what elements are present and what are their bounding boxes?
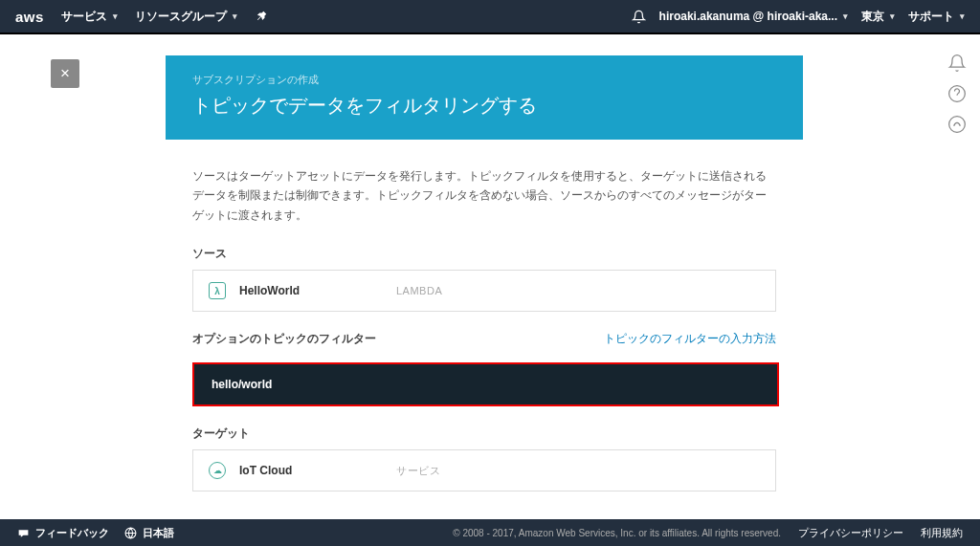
filter-help-link[interactable]: トピックのフィルターの入力方法 [604, 331, 776, 347]
close-button[interactable]: × [51, 59, 79, 88]
nav-services-label: サービス [61, 9, 107, 25]
target-box: ☁ IoT Cloud サービス [192, 449, 776, 491]
nav-region-label: 東京 [861, 9, 884, 25]
card-title: トピックでデータをフィルタリングする [192, 93, 776, 119]
iot-cloud-icon: ☁ [209, 462, 226, 479]
nav-pin[interactable] [255, 10, 268, 23]
card-body: ソースはターゲットアセットにデータを発行します。トピックフィルタを使用すると、タ… [166, 140, 803, 546]
terms-link[interactable]: 利用規約 [921, 526, 963, 540]
topic-filter-input[interactable] [194, 364, 777, 404]
filter-highlight [192, 362, 779, 406]
filter-label-row: オプションのトピックのフィルター トピックのフィルターの入力方法 [192, 331, 776, 355]
rail-help-icon[interactable] [947, 84, 967, 103]
aws-logo[interactable]: aws [15, 9, 44, 25]
caret-icon: ▾ [843, 11, 848, 21]
rail-bell-icon[interactable] [947, 54, 967, 73]
source-label: ソース [192, 246, 776, 262]
source-box: λ HelloWorld LAMBDA [192, 270, 776, 312]
caret-icon: ▾ [233, 11, 237, 21]
nav-rg-label: リソースグループ [135, 9, 227, 25]
footer-left: フィードバック 日本語 [17, 526, 174, 540]
caret-icon: ▾ [960, 11, 965, 21]
nav-notifications[interactable] [632, 10, 646, 24]
right-rail-icons [947, 54, 967, 134]
target-type: サービス [396, 464, 440, 478]
speech-icon [17, 527, 30, 539]
top-nav: aws サービス▾ リソースグループ▾ hiroaki.akanuma @ hi… [0, 0, 980, 33]
copyright: © 2008 - 2017, Amazon Web Services, Inc.… [453, 528, 781, 538]
nav-support[interactable]: サポート▾ [908, 9, 965, 25]
card-header: サブスクリプションの作成 トピックでデータをフィルタリングする [166, 55, 803, 140]
nav-resource-groups[interactable]: リソースグループ▾ [135, 9, 237, 25]
filter-label: オプションのトピックのフィルター [192, 331, 376, 347]
language-label: 日本語 [143, 526, 174, 540]
nav-left: aws サービス▾ リソースグループ▾ [15, 9, 268, 25]
filter-container [192, 362, 776, 406]
nav-border [0, 33, 980, 34]
nav-right: hiroaki.akanuma @ hiroaki-aka...▾ 東京▾ サポ… [632, 9, 965, 25]
description-text: ソースはターゲットアセットにデータを発行します。トピックフィルタを使用すると、タ… [192, 166, 776, 225]
pin-icon [255, 10, 268, 23]
nav-account-label: hiroaki.akanuma @ hiroaki-aka... [659, 10, 837, 23]
privacy-link[interactable]: プライバシーポリシー [798, 526, 903, 540]
lambda-icon: λ [209, 282, 226, 299]
footer: フィードバック 日本語 © 2008 - 2017, Amazon Web Se… [0, 519, 980, 546]
source-type: LAMBDA [396, 285, 442, 296]
nav-region[interactable]: 東京▾ [861, 9, 895, 25]
target-name: IoT Cloud [239, 464, 383, 477]
globe-icon [124, 527, 137, 539]
rail-activity-icon[interactable] [947, 115, 967, 134]
source-name: HelloWorld [239, 284, 383, 297]
card-subtitle: サブスクリプションの作成 [192, 73, 776, 87]
caret-icon: ▾ [890, 11, 895, 21]
footer-right: © 2008 - 2017, Amazon Web Services, Inc.… [453, 526, 963, 540]
language-link[interactable]: 日本語 [124, 526, 174, 540]
feedback-label: フィードバック [35, 526, 109, 540]
nav-services[interactable]: サービス▾ [61, 9, 118, 25]
subscription-card: サブスクリプションの作成 トピックでデータをフィルタリングする ソースはターゲッ… [166, 55, 803, 546]
bell-icon [632, 10, 646, 24]
caret-icon: ▾ [113, 11, 118, 21]
nav-support-label: サポート [908, 9, 954, 25]
feedback-link[interactable]: フィードバック [17, 526, 109, 540]
nav-account[interactable]: hiroaki.akanuma @ hiroaki-aka...▾ [659, 10, 848, 23]
target-label: ターゲット [192, 426, 776, 442]
svg-point-1 [949, 117, 966, 133]
